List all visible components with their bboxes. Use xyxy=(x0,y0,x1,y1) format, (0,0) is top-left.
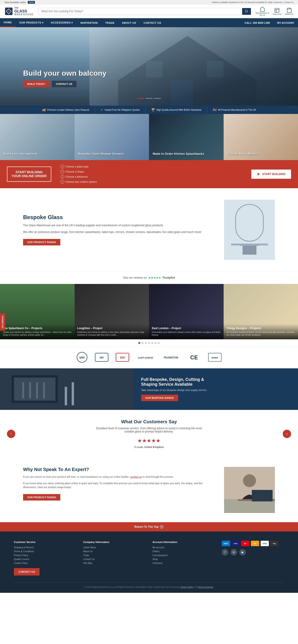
proj-title-2: Loughton – Project xyxy=(77,326,146,330)
product-card-kitchen[interactable]: Made to Order Kitchen Splashbacks xyxy=(149,114,224,160)
bespoke-desc-2: We offer an extensive product range; fro… xyxy=(23,230,210,234)
return-to-top-link[interactable]: Return To The Top xyxy=(3,525,295,529)
svg-rect-27 xyxy=(14,378,55,401)
footer-link-shop[interactable]: Shop xyxy=(153,558,215,560)
nav-about[interactable]: ABOUT US xyxy=(118,19,140,27)
nav-account[interactable]: MY ACCOUNT xyxy=(273,19,298,27)
step-check-2: ✓ xyxy=(61,170,64,174)
product-card-shower[interactable]: Bespoke Glass Shower Screens xyxy=(75,114,149,160)
nav-inspiration[interactable]: INSPIRATION xyxy=(77,19,102,27)
top-bar-badge: NEW xyxy=(28,1,35,4)
header: THE GLASS WAREHOUSE Manufactured Inthe U… xyxy=(0,4,298,18)
footer-link-news[interactable]: Latest News xyxy=(83,546,145,549)
hero-dot-3[interactable] xyxy=(154,98,161,99)
hero-dot-2[interactable] xyxy=(145,98,153,99)
top-bar: Now Available online NEW Delivery availa… xyxy=(0,0,298,4)
product-card-balcony[interactable]: Build your own balcony xyxy=(0,114,75,160)
proj-dot-3[interactable] xyxy=(145,342,147,344)
certifications-bar: QMS ISO SGS SAINT-GOBAIN PILKINGTON CE B… xyxy=(0,347,298,368)
contact-float-button[interactable]: Contact us! xyxy=(0,314,5,331)
footer-link-myaccount[interactable]: My account xyxy=(153,546,215,549)
footer-link-orders[interactable]: Orders xyxy=(153,550,215,553)
svg-rect-32 xyxy=(65,387,67,405)
nav-trade[interactable]: TRADE xyxy=(102,19,118,27)
expert-contact-link[interactable]: contact us xyxy=(130,476,141,478)
footer-terms-link[interactable]: Terms of Service xyxy=(198,586,213,588)
project-card-splashback[interactable]: The Splashback Co – Projects Update your… xyxy=(0,284,75,339)
footer-company-title: Company Information xyxy=(83,541,145,544)
facebook-icon[interactable]: f xyxy=(222,549,228,556)
uk-icon: 🇬🇧 xyxy=(213,108,217,112)
project-card-trilogy[interactable]: Trilogy Designs – Projects Our bespoke t… xyxy=(224,284,298,339)
footer-link-checkout[interactable]: Checkout xyxy=(153,562,215,564)
hero-build-button[interactable]: BUILD TODAY! xyxy=(23,81,49,87)
footer-link-terms[interactable]: Terms & Conditions xyxy=(14,550,76,553)
amex-icon: AMEX xyxy=(222,541,230,546)
review-prev-button[interactable]: ‹ xyxy=(7,430,15,438)
review-stars: ★★★★★ xyxy=(23,438,275,444)
footer-col-payment: AMEX VISA MC MC GPay Pay f in ▶ xyxy=(222,541,284,576)
proj-dot-7[interactable] xyxy=(158,342,160,344)
youtube-icon[interactable]: ▶ xyxy=(239,549,246,556)
product-card-mirrors[interactable]: Custom Made Mirrors xyxy=(224,114,298,160)
logo[interactable]: THE GLASS WAREHOUSE xyxy=(5,7,34,16)
bespoke-service-section: Full Bespoke, Design, Cutting & Shaping … xyxy=(0,368,298,410)
shop-now-badge[interactable]: Shop Now xyxy=(273,8,281,15)
bespoke-range-button[interactable]: OUR BESPOKE RANGE xyxy=(141,395,178,401)
product-label-4: Custom Made Mirrors xyxy=(227,152,294,156)
trust-item-3: 🏆 High Quality Assured With British Stan… xyxy=(145,106,207,114)
footer-contact-button[interactable]: CONTACT US xyxy=(14,568,40,576)
proj-dot-2[interactable] xyxy=(141,342,143,344)
footer-link-trade[interactable]: Trade xyxy=(83,554,145,556)
project-card-loughton[interactable]: Loughton – Project Modernise your home b… xyxy=(75,284,149,339)
product-label-2: Bespoke Glass Shower Screens xyxy=(78,152,145,156)
trust-item-1: 🚚 Premium London Delivery Upon Request xyxy=(36,106,95,114)
header-right: Manufactured Inthe UK Shop Now Basket (0… xyxy=(256,6,293,16)
footer-link-lostpassword[interactable]: Lost password xyxy=(153,554,215,556)
svg-point-1 xyxy=(8,10,10,12)
basket-icon[interactable]: Basket (0) xyxy=(285,8,293,15)
proj-title-3: East London – Project xyxy=(152,326,221,330)
footer-link-contact[interactable]: Contact Us xyxy=(83,558,145,560)
bespoke-service-title: Full Bespoke, Design, Cutting & Shaping … xyxy=(141,377,291,387)
review-next-button[interactable]: › xyxy=(283,430,291,438)
manufactured-badge: Manufactured Inthe UK xyxy=(256,6,269,16)
trustpilot-logo[interactable]: See our reviews on ★★★★★ Trustpilot xyxy=(123,276,175,279)
project-card-east-london[interactable]: East London – Project Personalise your b… xyxy=(149,284,224,339)
nav-home[interactable]: HOME xyxy=(0,18,16,27)
expert-product-range-button[interactable]: OUR PRODUCT RANGE xyxy=(23,494,60,500)
hero-dot-1[interactable] xyxy=(137,98,144,99)
return-to-top[interactable]: Return To The Top xyxy=(0,522,298,532)
footer-link-quality[interactable]: Quality Control xyxy=(14,558,76,560)
search-button[interactable] xyxy=(242,8,251,15)
search-input[interactable] xyxy=(38,8,242,15)
proj-dot-4[interactable] xyxy=(148,342,150,344)
footer-link-privacy[interactable]: Privacy Policy xyxy=(14,554,76,556)
top-bar-right: Delivery available anywhere in the UK Di… xyxy=(212,1,293,4)
bespoke-product-range-button[interactable]: OUR PRODUCT RANGE xyxy=(23,239,60,246)
trustpilot-stars: ★★★★★ xyxy=(148,276,161,279)
bespoke-service-desc: Take advantage of our bespoke design and… xyxy=(141,389,291,392)
cert-pilkington: PILKINGTON xyxy=(162,354,180,361)
builder-step-3: ✓ Choose a thickness xyxy=(61,175,97,178)
footer-link-about[interactable]: About Us xyxy=(83,550,145,553)
expert-desc-1: If you are unsure on how your product wi… xyxy=(23,475,210,479)
hero-contact-button[interactable]: CONTACT US xyxy=(52,81,76,87)
nav-products[interactable]: OUR PRODUCTS ▾ xyxy=(16,18,47,27)
footer-link-shipping[interactable]: Shipping & Returns xyxy=(14,546,76,549)
proj-dot-5[interactable] xyxy=(151,342,153,344)
cert-iso: ISO xyxy=(95,353,109,362)
footer-privacy-link[interactable]: Privacy Policy xyxy=(180,586,193,588)
nav-accessories[interactable]: ACCESSORIES ▾ xyxy=(47,18,77,27)
footer-customer-service-title: Customer Service xyxy=(14,541,76,544)
proj-dot-1[interactable] xyxy=(138,342,140,344)
svg-text:ISO: ISO xyxy=(100,356,103,359)
footer-link-sitemap[interactable]: Site Map xyxy=(83,562,145,564)
footer-link-cookie[interactable]: Cookie Policy xyxy=(14,562,76,564)
instagram-icon[interactable]: in xyxy=(231,549,237,556)
proj-dot-6[interactable] xyxy=(155,342,157,344)
nav-contact[interactable]: CONTACT US xyxy=(140,19,165,27)
payment-icons: AMEX VISA MC MC GPay Pay xyxy=(222,541,284,546)
builder-start-button[interactable]: START BUILDING xyxy=(251,170,291,179)
builder-step-1: ✓ Choose a glass type xyxy=(61,165,97,168)
